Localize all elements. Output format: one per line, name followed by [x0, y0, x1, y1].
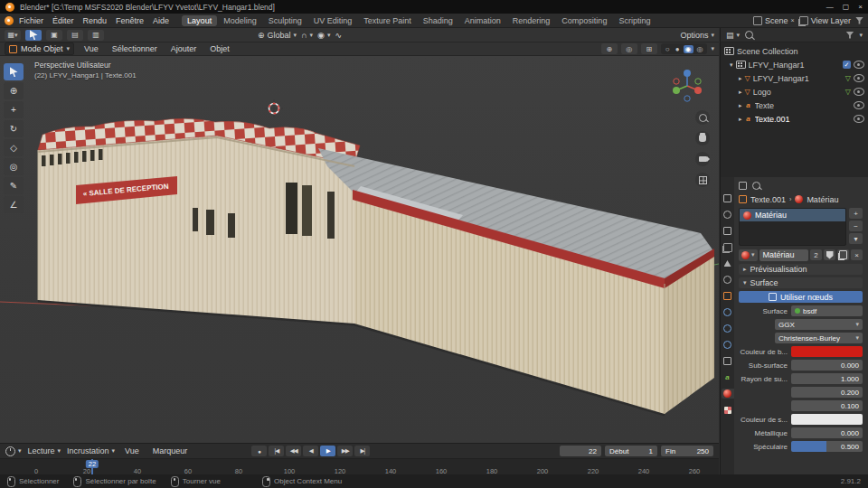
current-frame-field[interactable]: 22	[560, 446, 601, 456]
eye-icon[interactable]	[854, 74, 864, 82]
tab-shading[interactable]: Shading	[418, 15, 458, 26]
outliner-filter-icon[interactable]	[845, 32, 854, 39]
view-layer-selector[interactable]: View Layer	[799, 16, 851, 25]
menu-vue[interactable]: Vue	[80, 44, 102, 53]
next-keyframe-button[interactable]: ▶▶	[337, 446, 353, 456]
menu-incrustation[interactable]: Incrustation ▾	[67, 446, 115, 455]
outliner-row-mesh-logo[interactable]: ▸ ▽ Logo ▽	[721, 85, 868, 99]
tab-texture[interactable]	[722, 405, 734, 415]
measure-tool-button[interactable]: ∠	[4, 196, 24, 213]
axis-y-icon[interactable]	[673, 87, 680, 94]
subsurface-slider[interactable]: 0.000	[791, 360, 863, 371]
disclosure-closed-icon[interactable]: ▸	[739, 89, 742, 96]
use-nodes-button[interactable]: Utiliser nœuds	[739, 291, 863, 303]
play-button[interactable]: ▶	[320, 446, 335, 456]
preview-panel-header[interactable]: ▸ Prévisualisation	[739, 264, 863, 275]
menu-lecture[interactable]: Lecture ▾	[28, 446, 61, 455]
axis-x-icon[interactable]	[694, 87, 702, 94]
active-tool-button[interactable]	[25, 30, 42, 41]
axis-neg-x-icon[interactable]	[674, 79, 679, 84]
tab-modifiers[interactable]	[722, 307, 734, 317]
material-slot-list[interactable]: Matériau	[739, 208, 846, 246]
scene-selector[interactable]: Scene ×	[753, 16, 795, 25]
select-box-tool-button[interactable]	[4, 63, 24, 80]
menu-editer[interactable]: Éditer	[49, 16, 78, 25]
radius-field-z[interactable]: 0.100	[791, 400, 863, 411]
blender-menu-icon[interactable]	[5, 16, 14, 25]
timeline-ruler[interactable]: 0 20 40 60 80 100 120 140 160 180 200 22…	[0, 458, 719, 476]
camera-view-button[interactable]	[695, 152, 710, 166]
outliner-row-text[interactable]: ▸ a Texte	[721, 99, 868, 112]
playhead-frame-label[interactable]: 22	[86, 460, 99, 468]
tab-tool[interactable]	[722, 193, 734, 203]
shading-solid-button[interactable]: ●	[674, 45, 682, 53]
tool-dropdown-button[interactable]: ▦ ▾	[5, 30, 21, 41]
tab-material[interactable]	[722, 389, 734, 399]
gizmo-toggle-button[interactable]: ⊕	[601, 43, 618, 54]
fake-user-button[interactable]	[824, 249, 835, 260]
transform-tool-button[interactable]: ◎	[4, 158, 24, 175]
frame-start-field[interactable]: Début 1	[605, 446, 657, 456]
tab-scene[interactable]	[722, 258, 734, 268]
unlink-material-button[interactable]: ×	[851, 249, 863, 260]
jump-to-start-button[interactable]: |◀	[269, 446, 284, 456]
axis-neg-z-icon[interactable]	[684, 96, 690, 101]
metallic-slider[interactable]: 0.000	[791, 427, 863, 438]
overlays-toggle-button[interactable]: ◎	[621, 43, 637, 54]
close-icon[interactable]: ×	[791, 17, 795, 23]
options-dropdown[interactable]: Options ▾	[680, 31, 714, 40]
play-reverse-button[interactable]: ◀	[303, 446, 318, 456]
menu-fenetre[interactable]: Fenêtre	[112, 16, 147, 25]
hangar-building[interactable]: « SALLE DE RECEPTION	[38, 118, 714, 415]
menu-ajouter[interactable]: Ajouter	[167, 44, 201, 53]
specular-slider[interactable]: 0.500	[791, 441, 863, 452]
axis-neg-y-icon[interactable]	[695, 79, 701, 84]
menu-fichier[interactable]: Fichier	[15, 16, 47, 25]
outliner-row-collection[interactable]: ▾ LFYV_Hangar1 ✓	[721, 58, 868, 71]
disclosure-closed-icon[interactable]: ▸	[739, 116, 742, 123]
perspective-toggle-button[interactable]	[695, 173, 710, 187]
disclosure-closed-icon[interactable]: ▸	[739, 102, 742, 109]
material-slot-active[interactable]: Matériau	[740, 209, 845, 221]
collection-checkbox[interactable]: ✓	[843, 61, 851, 69]
close-button[interactable]: ×	[858, 3, 863, 11]
new-material-button[interactable]	[837, 249, 849, 260]
falloff-curve-icon[interactable]: ∿	[335, 31, 342, 40]
tab-world[interactable]	[722, 275, 734, 285]
tab-rendering[interactable]: Rendering	[507, 15, 556, 26]
menu-vue-timeline[interactable]: Vue	[121, 446, 143, 455]
autokey-button[interactable]: ●	[251, 446, 267, 456]
snap-toggle[interactable]: ∩ ▾	[301, 31, 313, 40]
select-mode-new-button[interactable]: ▣	[46, 30, 62, 41]
distribution-dropdown[interactable]: GGX ▾	[775, 319, 863, 330]
tab-output[interactable]	[722, 226, 734, 236]
material-name-field[interactable]: Matériau	[760, 249, 808, 261]
users-count-button[interactable]: 2	[810, 249, 822, 260]
jump-to-end-button[interactable]: ▶|	[354, 446, 370, 456]
cursor-tool-button[interactable]: ⊕	[4, 82, 24, 99]
surface-panel-header[interactable]: ▾ Surface	[739, 277, 863, 288]
timeline-editor-type-button[interactable]: ▾	[5, 446, 22, 456]
search-icon[interactable]	[745, 31, 753, 39]
filter-icon[interactable]	[855, 17, 863, 24]
menu-aide[interactable]: Aide	[149, 16, 173, 25]
menu-selectionner[interactable]: Sélectionner	[108, 44, 161, 53]
tab-particles[interactable]	[722, 324, 734, 333]
zoom-button[interactable]	[695, 110, 710, 125]
scale-tool-button[interactable]: ◇	[4, 139, 24, 156]
outliner-row-text-001[interactable]: ▸ a Texte.001	[721, 112, 868, 126]
eye-icon[interactable]	[854, 88, 864, 96]
annotate-tool-button[interactable]: ✎	[4, 177, 24, 194]
tab-uv-editing[interactable]: UV Editing	[308, 15, 358, 26]
browse-material-button[interactable]: ▾	[739, 249, 758, 261]
tab-layout[interactable]: Layout	[182, 15, 217, 26]
tab-object-data[interactable]: a	[722, 372, 734, 382]
base-color-swatch[interactable]	[791, 346, 863, 357]
shading-wireframe-button[interactable]: ○	[664, 45, 672, 53]
search-icon[interactable]	[752, 182, 760, 190]
tab-view-layer[interactable]	[722, 242, 734, 252]
proportional-editing-toggle[interactable]: ◉ ▾	[317, 31, 330, 40]
tab-compositing[interactable]: Compositing	[556, 15, 612, 26]
radius-field-y[interactable]: 0.200	[791, 387, 863, 398]
frame-end-field[interactable]: Fin 250	[661, 446, 713, 456]
